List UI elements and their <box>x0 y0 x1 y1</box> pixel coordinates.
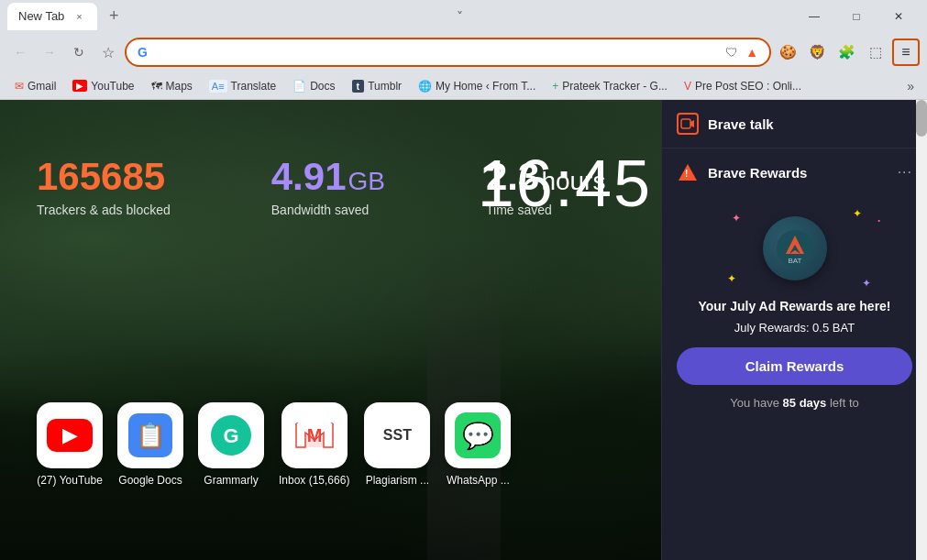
google-icon: G <box>138 45 152 60</box>
prepost-icon: V <box>684 80 691 93</box>
tab-close-button[interactable]: × <box>72 9 86 24</box>
sparkle-1: ✦ <box>732 212 741 225</box>
address-bar[interactable]: G 🛡 ▲ <box>125 38 771 67</box>
docs-icon: 📋 <box>128 413 172 457</box>
shortcut-youtube[interactable]: ▶ (27) YouTube <box>37 402 103 487</box>
shortcut-gmail[interactable]: M Inbox (15,666) <box>279 402 349 487</box>
main-content: 165685 Trackers & ads blocked 4.91 GB Ba… <box>0 100 927 560</box>
plagiarism-shortcut-label: Plagiarism ... <box>366 474 429 487</box>
brave-talk-section: Brave talk <box>662 100 927 148</box>
address-input[interactable] <box>160 45 718 60</box>
bookmark-translate[interactable]: A≡ Translate <box>202 78 283 94</box>
sparkle-5: ✦ <box>862 277 871 290</box>
youtube-shortcut-icon: ▶ <box>37 402 103 468</box>
video-icon <box>680 117 695 130</box>
bandwidth-unit: GB <box>348 167 385 196</box>
rewards-more-button[interactable]: ··· <box>898 164 912 181</box>
tab-title: New Tab <box>18 9 64 23</box>
bookmark-label: Gmail <box>28 80 56 93</box>
menu-button[interactable]: ≡ <box>892 38 920 66</box>
bat-coin: BAT <box>763 216 827 280</box>
sparkle-2: ✦ <box>853 207 862 220</box>
bookmark-label: My Home ‹ From T... <box>436 80 535 93</box>
shortcut-google-docs[interactable]: 📋 Google Docs <box>117 402 183 487</box>
tumblr-icon: t <box>352 80 365 93</box>
clock: 16:45 <box>478 146 652 221</box>
cookie-button[interactable]: 🍪 <box>775 39 800 65</box>
new-tab-button[interactable]: + <box>101 4 127 29</box>
bookmark-prateek[interactable]: + Prateek Tracker - G... <box>545 78 675 94</box>
google-docs-shortcut-label: Google Docs <box>118 474 182 487</box>
tab-overflow-button[interactable]: ˅ <box>453 5 467 27</box>
days-left-number: 85 days <box>783 396 827 410</box>
cast-button[interactable]: ⬚ <box>863 39 888 65</box>
shortcuts-bar: ▶ (27) YouTube 📋 Google Docs G Grammarly <box>37 402 511 487</box>
claim-rewards-button[interactable]: Claim Rewards <box>677 347 912 385</box>
bookmark-label: Prateek Tracker - G... <box>562 80 668 93</box>
days-left-text: You have 85 days left to <box>677 396 912 410</box>
bookmark-maps[interactable]: 🗺 Maps <box>144 78 200 94</box>
gmail-shortcut-label: Inbox (15,666) <box>279 474 349 487</box>
maximize-button[interactable]: □ <box>835 4 877 29</box>
sparkle-4: • <box>877 216 880 225</box>
grammarly-shortcut-icon: G <box>198 402 264 468</box>
trackers-number: 165685 <box>37 155 171 199</box>
bookmark-label: Pre Post SEO : Onli... <box>695 80 801 93</box>
gmail-logo: M <box>292 412 337 458</box>
bandwidth-number: 4.91 <box>271 155 347 199</box>
extensions-button[interactable]: 🧩 <box>833 39 859 65</box>
trackers-label: Trackers & ads blocked <box>37 203 171 217</box>
shortcut-plagiarism[interactable]: SST Plagiarism ... <box>364 402 430 487</box>
minimize-button[interactable]: — <box>793 4 835 29</box>
brave-rewards-section: Brave Rewards ··· ✦ ✦ ✦ • ✦ BAT <box>662 148 927 560</box>
bookmark-label: Docs <box>310 80 335 93</box>
gmail-shortcut-icon: M <box>281 402 348 468</box>
svg-text:M: M <box>306 425 322 445</box>
google-docs-shortcut-icon: 📋 <box>117 402 183 468</box>
brave-shield-button[interactable]: 🦁 <box>804 39 830 65</box>
bookmark-gmail[interactable]: ✉ Gmail <box>7 78 63 94</box>
bookmark-tumblr[interactable]: t Tumblr <box>345 78 410 94</box>
browser-bar: ← → ↻ ☆ G 🛡 ▲ 🍪 🦁 🧩 ⬚ ≡ <box>0 32 927 72</box>
shortcut-whatsapp[interactable]: 💬 WhatsApp ... <box>445 402 511 487</box>
brave-panel: Brave talk Brave Rewards ··· ✦ ✦ ✦ • ✦ <box>661 100 927 560</box>
bat-logo: BAT <box>775 228 815 269</box>
back-button[interactable]: ← <box>7 39 33 65</box>
scrollbar-thumb[interactable] <box>916 100 927 137</box>
svg-text:BAT: BAT <box>788 257 801 265</box>
bookmark-prepost[interactable]: V Pre Post SEO : Onli... <box>677 78 809 94</box>
shield-icon: 🛡 <box>725 45 738 60</box>
bookmark-myhome[interactable]: 🌐 My Home ‹ From T... <box>411 78 543 94</box>
brave-rewards-label: Brave Rewards <box>708 165 888 181</box>
prateek-icon: + <box>552 80 558 93</box>
grammarly-shortcut-label: Grammarly <box>204 474 258 487</box>
bookmarks-overflow-button[interactable]: » <box>901 77 920 95</box>
bookmark-label: Maps <box>166 80 193 93</box>
svg-rect-4 <box>681 119 690 128</box>
scrollbar[interactable] <box>916 100 927 560</box>
whatsapp-icon: 💬 <box>455 412 501 458</box>
bookmark-button[interactable]: ☆ <box>95 39 121 65</box>
triangle-icon <box>679 164 697 181</box>
rewards-amount-value: 0.5 BAT <box>812 321 855 335</box>
rewards-visual: ✦ ✦ ✦ • ✦ BAT <box>677 198 912 299</box>
title-bar: New Tab × + ˅ — □ ✕ <box>0 0 927 32</box>
refresh-button[interactable]: ↻ <box>66 39 92 65</box>
gmail-icon: ✉ <box>15 80 24 93</box>
plagiarism-text-icon: SST <box>383 427 412 444</box>
days-left-prefix: You have <box>730 396 782 410</box>
grammarly-logo: G <box>208 412 254 458</box>
shortcut-grammarly[interactable]: G Grammarly <box>198 402 264 487</box>
bandwidth-label: Bandwidth saved <box>271 203 385 217</box>
bookmarks-bar: ✉ Gmail ▶ YouTube 🗺 Maps A≡ Translate 📄 … <box>0 72 927 100</box>
bandwidth-stat: 4.91 GB Bandwidth saved <box>271 155 385 217</box>
close-button[interactable]: ✕ <box>877 4 920 29</box>
rewards-amount-label: July Rewards: <box>734 321 812 335</box>
forward-button[interactable]: → <box>37 39 62 65</box>
wordpress-icon: 🌐 <box>418 80 432 93</box>
bookmark-youtube[interactable]: ▶ YouTube <box>65 78 141 94</box>
active-tab[interactable]: New Tab × <box>7 3 97 30</box>
trackers-stat: 165685 Trackers & ads blocked <box>37 155 171 217</box>
rewards-message: Your July Ad Rewards are here! <box>677 299 912 313</box>
bookmark-docs[interactable]: 📄 Docs <box>285 78 342 94</box>
